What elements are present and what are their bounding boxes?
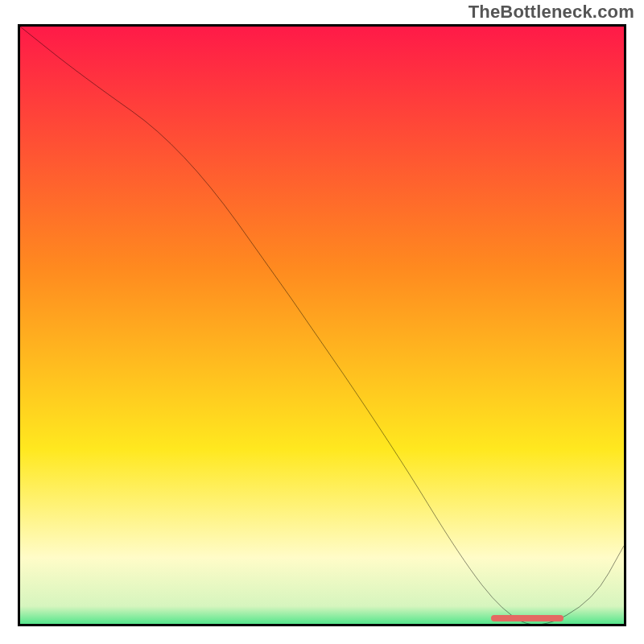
chart-frame [18, 24, 626, 626]
chart-curve [20, 27, 624, 626]
optimal-range-marker [491, 615, 564, 621]
watermark-text: TheBottleneck.com [469, 2, 634, 23]
